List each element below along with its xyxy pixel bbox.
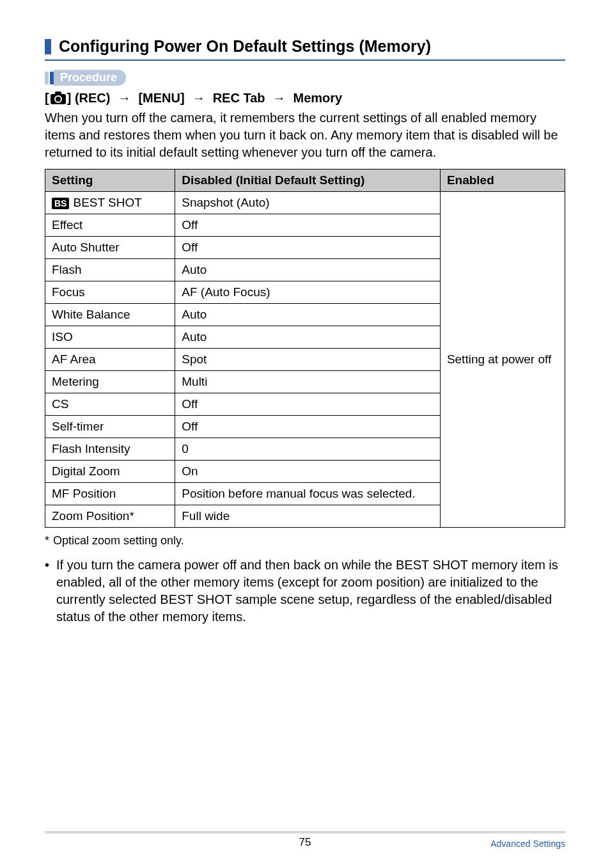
footer-rule bbox=[45, 831, 565, 833]
page-number: 75 bbox=[299, 836, 311, 849]
cell-disabled: 0 bbox=[175, 438, 441, 461]
cell-setting: BSBEST SHOT bbox=[45, 192, 175, 214]
footer-section-label: Advanced Settings bbox=[490, 839, 565, 849]
cell-disabled: Off bbox=[175, 393, 441, 416]
footnote-text: Optical zoom setting only. bbox=[53, 534, 184, 548]
cell-setting: Metering bbox=[45, 371, 175, 393]
cell-setting: White Balance bbox=[45, 304, 175, 326]
arrow-icon: → bbox=[270, 91, 288, 106]
camera-icon bbox=[51, 94, 66, 104]
bullet-item: • If you turn the camera power off and t… bbox=[45, 556, 565, 626]
heading-text: Configuring Power On Default Settings (M… bbox=[59, 37, 431, 56]
cell-setting: Effect bbox=[45, 214, 175, 237]
cell-disabled: Off bbox=[175, 237, 441, 259]
table-row: BSBEST SHOT Snapshot (Auto) Setting at p… bbox=[45, 192, 565, 214]
footnote-asterisk: * bbox=[45, 534, 49, 548]
cell-setting: Flash bbox=[45, 259, 175, 281]
page: Configuring Power On Default Settings (M… bbox=[0, 0, 610, 868]
breadcrumb: [] (REC) → [MENU] → REC Tab → Memory bbox=[45, 91, 565, 106]
heading-marker bbox=[45, 39, 51, 54]
cell-disabled: Multi bbox=[175, 371, 441, 393]
arrow-icon: → bbox=[190, 91, 208, 106]
cell-disabled: AF (Auto Focus) bbox=[175, 281, 441, 304]
breadcrumb-menu: [MENU] bbox=[138, 91, 184, 106]
cell-setting: Self-timer bbox=[45, 416, 175, 438]
cell-disabled: Auto bbox=[175, 259, 441, 281]
procedure-label-row: Procedure bbox=[45, 70, 565, 86]
bullet-text: If you turn the camera power off and the… bbox=[56, 556, 565, 626]
table-header-row: Setting Disabled (Initial Default Settin… bbox=[45, 170, 565, 192]
breadcrumb-rec: [] (REC) bbox=[45, 91, 110, 106]
settings-table: Setting Disabled (Initial Default Settin… bbox=[45, 169, 565, 528]
heading-bar: Configuring Power On Default Settings (M… bbox=[45, 37, 565, 61]
cell-setting: Zoom Position* bbox=[45, 505, 175, 528]
cell-disabled: On bbox=[175, 461, 441, 483]
cell-disabled: Off bbox=[175, 214, 441, 237]
procedure-marker bbox=[45, 72, 54, 84]
cell-setting: CS bbox=[45, 393, 175, 416]
cell-disabled: Auto bbox=[175, 326, 441, 349]
setting-label: BEST SHOT bbox=[73, 196, 141, 209]
footnote: * Optical zoom setting only. bbox=[45, 534, 565, 548]
rec-suffix: ] (REC) bbox=[67, 91, 111, 105]
cell-setting: MF Position bbox=[45, 483, 175, 505]
cell-disabled: Off bbox=[175, 416, 441, 438]
cell-disabled: Auto bbox=[175, 304, 441, 326]
cell-setting: Digital Zoom bbox=[45, 461, 175, 483]
cell-disabled: Position before manual focus was selecte… bbox=[175, 483, 441, 505]
cell-setting: ISO bbox=[45, 326, 175, 349]
section-heading: Configuring Power On Default Settings (M… bbox=[45, 37, 565, 61]
th-disabled: Disabled (Initial Default Setting) bbox=[175, 170, 441, 192]
cell-setting: Flash Intensity bbox=[45, 438, 175, 461]
intro-paragraph: When you turn off the camera, it remembe… bbox=[45, 109, 565, 161]
arrow-icon: → bbox=[115, 91, 133, 106]
cell-enabled: Setting at power off bbox=[440, 192, 565, 528]
cell-setting: Auto Shutter bbox=[45, 237, 175, 259]
procedure-pill: Procedure bbox=[54, 70, 126, 86]
open-bracket: [ bbox=[45, 91, 49, 105]
th-setting: Setting bbox=[45, 170, 175, 192]
bullet-dot: • bbox=[45, 556, 56, 626]
breadcrumb-memory: Memory bbox=[293, 91, 343, 106]
bs-icon: BS bbox=[52, 198, 69, 210]
breadcrumb-rectab: REC Tab bbox=[213, 91, 265, 106]
cell-disabled: Snapshot (Auto) bbox=[175, 192, 441, 214]
th-enabled: Enabled bbox=[440, 170, 565, 192]
cell-disabled: Spot bbox=[175, 349, 441, 371]
cell-setting: Focus bbox=[45, 281, 175, 304]
cell-setting: AF Area bbox=[45, 349, 175, 371]
cell-disabled: Full wide bbox=[175, 505, 441, 528]
